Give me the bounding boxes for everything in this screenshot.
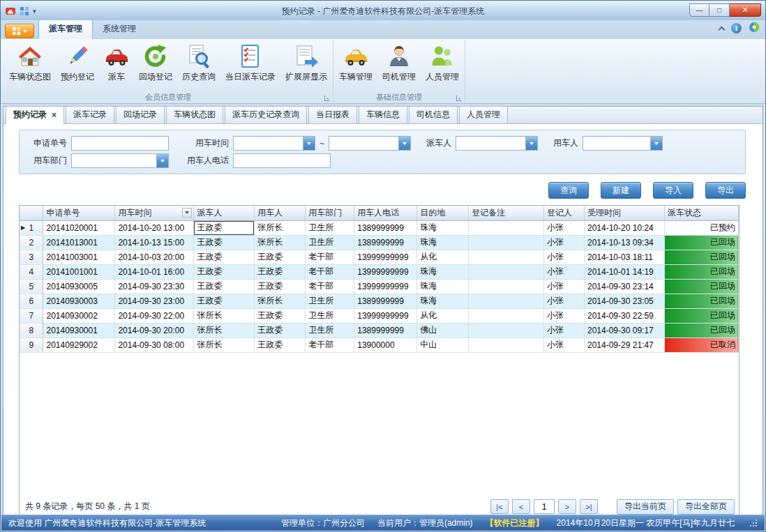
- grid-cell[interactable]: [469, 235, 544, 250]
- doc-tab-4[interactable]: 派车历史记录查询: [225, 106, 307, 123]
- import-button[interactable]: 导入: [653, 182, 693, 199]
- grid-cell[interactable]: 小张: [544, 250, 585, 264]
- app-logo-icon[interactable]: [5, 6, 16, 17]
- titlebar[interactable]: ▾ 预约记录 - 广州爱奇迪软件科技有限公司-派车管理系统 — □ ✕: [1, 1, 765, 20]
- dialog-launcher-icon[interactable]: [456, 96, 462, 101]
- grid-cell[interactable]: 王政委: [194, 264, 255, 279]
- grid-cell[interactable]: 20141020001: [43, 220, 115, 235]
- ribbon-button-vehicle-status[interactable]: 车辆状态图: [4, 41, 56, 86]
- column-header-5[interactable]: 用车人电话: [354, 206, 417, 220]
- grid-cell[interactable]: 13999999999: [354, 308, 417, 323]
- qat-dropdown-icon[interactable]: ▾: [33, 8, 36, 15]
- grid-cell[interactable]: 小张: [544, 294, 585, 308]
- grid-cell[interactable]: 老干部: [306, 279, 354, 294]
- grid-cell[interactable]: 20141001001: [43, 264, 115, 279]
- apply-no-input[interactable]: [71, 136, 169, 151]
- help-info-icon[interactable]: i: [731, 23, 742, 33]
- grid-cell[interactable]: 张所长: [194, 337, 255, 352]
- grid-cell[interactable]: 王政委: [194, 235, 255, 250]
- dropdown-arrow-icon[interactable]: [303, 137, 315, 150]
- grid-cell[interactable]: 王政委: [194, 294, 255, 308]
- grid-cell[interactable]: [469, 308, 544, 323]
- grid-cell[interactable]: 小张: [544, 323, 585, 337]
- grid-cell[interactable]: 王政委: [255, 264, 306, 279]
- grid-cell[interactable]: 王政委: [255, 337, 306, 352]
- ribbon-button-driver-manage[interactable]: 司机管理: [377, 41, 421, 86]
- column-header-8[interactable]: 登记人: [544, 206, 585, 220]
- grid-cell[interactable]: 卫生所: [306, 235, 354, 250]
- grid-cell[interactable]: 1389999999: [354, 323, 417, 337]
- column-header-3[interactable]: 用车人: [255, 206, 306, 220]
- grid-cell[interactable]: 20140930002: [43, 308, 115, 323]
- row-header[interactable]: ▶1: [20, 220, 43, 235]
- doc-tab-5[interactable]: 当日报表: [308, 106, 357, 123]
- export-button[interactable]: 导出: [705, 182, 746, 199]
- use-time-to-combo[interactable]: [329, 136, 411, 151]
- use-time-from-combo[interactable]: [233, 136, 315, 151]
- status-cell[interactable]: 已回场: [664, 235, 738, 250]
- grid-cell[interactable]: 从化: [417, 308, 469, 323]
- grid-cell[interactable]: 2014-10-13 09:34: [585, 235, 665, 250]
- ribbon-button-return-register[interactable]: 回场登记: [134, 41, 177, 86]
- grid-cell[interactable]: 卫生所: [306, 308, 354, 323]
- ribbon-button-staff-manage[interactable]: 人员管理: [421, 41, 464, 86]
- dispatcher-combo[interactable]: [456, 136, 538, 151]
- close-button[interactable]: ✕: [730, 3, 761, 17]
- doc-tab-1[interactable]: 派车记录: [66, 106, 114, 123]
- minimize-button[interactable]: —: [689, 3, 709, 17]
- grid-cell[interactable]: 珠海: [417, 235, 469, 250]
- grid-cell[interactable]: 王政委: [255, 250, 306, 264]
- grid-cell[interactable]: [469, 250, 544, 264]
- grid-cell[interactable]: 2014-09-30 22:00: [115, 308, 194, 323]
- registered-link[interactable]: 【软件已注册】: [486, 517, 544, 529]
- grid-cell[interactable]: 2014-10-20 13:00: [115, 220, 194, 235]
- next-page-button[interactable]: >: [558, 499, 576, 514]
- phone-input[interactable]: [233, 153, 331, 168]
- grid-cell[interactable]: 20140930005: [43, 279, 115, 294]
- grid-cell[interactable]: 2014-09-29 21:47: [585, 337, 665, 352]
- column-header-0[interactable]: 申请单号: [43, 206, 115, 220]
- grid-cell[interactable]: 老干部: [306, 264, 354, 279]
- column-header-9[interactable]: 受理时间: [585, 206, 665, 220]
- grid-cell[interactable]: 小张: [544, 279, 585, 294]
- grid-cell[interactable]: 20141003001: [43, 250, 115, 264]
- grid-cell[interactable]: 珠海: [417, 264, 469, 279]
- ribbon-button-history-search[interactable]: 历史查询: [177, 41, 220, 86]
- ribbon-button-dispatch-car[interactable]: 派车: [99, 41, 134, 86]
- grid-cell[interactable]: 张所长: [255, 294, 306, 308]
- maximize-button[interactable]: □: [709, 3, 730, 17]
- first-page-button[interactable]: |<: [490, 499, 509, 514]
- row-header[interactable]: 5: [20, 279, 43, 294]
- grid-cell[interactable]: 2014-09-30 20:00: [115, 323, 194, 337]
- grid-cell[interactable]: 佛山: [417, 323, 469, 337]
- grid-cell[interactable]: 小张: [544, 264, 585, 279]
- status-cell[interactable]: 已回场: [664, 323, 738, 337]
- grid-cell[interactable]: 2014-10-13 15:00: [115, 235, 194, 250]
- grid-cell[interactable]: 2014-09-30 23:05: [585, 294, 665, 308]
- grid-cell[interactable]: [469, 279, 544, 294]
- grid-cell[interactable]: 珠海: [417, 220, 469, 235]
- ribbon-button-today-records[interactable]: 当日派车记录: [220, 41, 280, 86]
- prev-page-button[interactable]: <: [512, 499, 530, 514]
- grid-cell[interactable]: 卫生所: [306, 323, 354, 337]
- status-cell[interactable]: 已回场: [664, 279, 738, 294]
- user-combo[interactable]: [583, 136, 663, 151]
- grid-cell[interactable]: [469, 264, 544, 279]
- grid-cell[interactable]: 13999999999: [354, 250, 417, 264]
- grid-cell[interactable]: 老干部: [306, 337, 354, 352]
- layout-icon[interactable]: [19, 6, 30, 17]
- row-header[interactable]: 6: [20, 294, 43, 308]
- status-cell[interactable]: 已回场: [664, 250, 738, 264]
- grid-cell[interactable]: 王政委: [255, 279, 306, 294]
- grid-cell[interactable]: 王政委: [194, 220, 255, 235]
- grid-cell[interactable]: 张所长: [255, 220, 306, 235]
- row-header[interactable]: 7: [20, 308, 43, 323]
- last-page-button[interactable]: >|: [580, 499, 598, 514]
- dropdown-arrow-icon[interactable]: [650, 137, 662, 150]
- grid-cell[interactable]: 珠海: [417, 279, 469, 294]
- grid-cell[interactable]: 1389999999: [354, 220, 417, 235]
- column-header-1[interactable]: 用车时间: [115, 206, 194, 220]
- grid-cell[interactable]: 20141013001: [43, 235, 115, 250]
- grid-cell[interactable]: 王政委: [255, 323, 306, 337]
- status-cell[interactable]: 已回场: [664, 294, 738, 308]
